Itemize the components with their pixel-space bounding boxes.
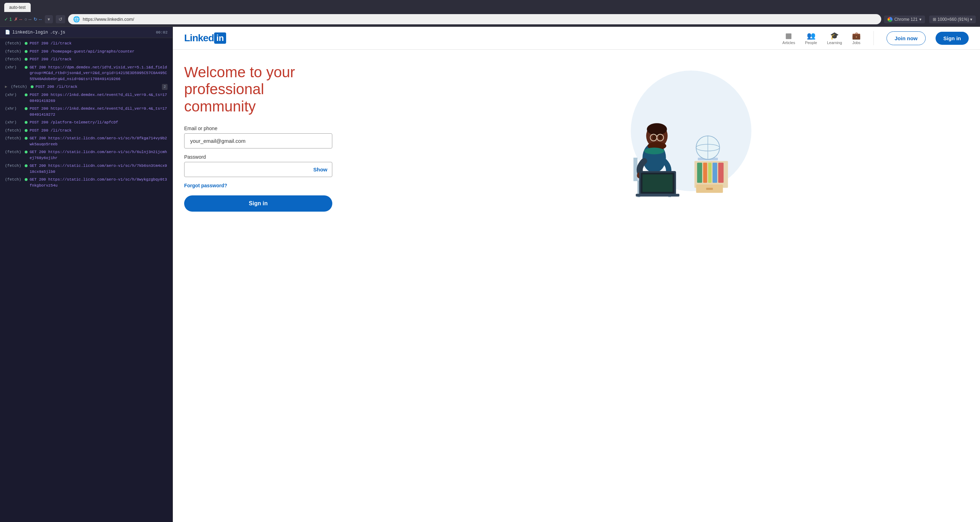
status-dot xyxy=(25,129,27,132)
size-icon: ⊞ xyxy=(933,17,936,22)
log-entry: (fetch) POST 200 /li/track xyxy=(0,56,172,64)
svg-rect-6 xyxy=(697,162,702,183)
dash-badge: ○ -- xyxy=(24,17,32,22)
file-header: 📄 linkedin-login.cy.js 00:02 xyxy=(0,27,172,38)
log-method: (fetch) xyxy=(5,49,22,55)
size-badge: ⊞ 1000×660 (91%) ▾ xyxy=(929,16,976,23)
header-signin-button[interactable]: Sign in xyxy=(935,32,969,45)
log-url: POST 200 /li/track xyxy=(30,56,167,62)
log-url: GET 200 https://dpm.demdex.net/id?d_visi… xyxy=(30,65,167,82)
linkedin-logo: Linkedin xyxy=(184,32,226,44)
nav-people[interactable]: 👥 People xyxy=(805,32,817,45)
dropdown-btn[interactable]: ▾ xyxy=(45,15,53,23)
tab-bar: auto-test xyxy=(0,0,980,12)
status-dot xyxy=(25,178,27,181)
status-dot xyxy=(31,85,33,88)
log-count: 2 xyxy=(162,84,167,90)
log-url: POST 200 /homepage-guest/api/ingraphs/co… xyxy=(30,49,167,55)
svg-point-27 xyxy=(647,123,667,135)
log-entry: (xhr) POST 200 https://lnkd.demdex.net/e… xyxy=(0,91,172,105)
nav-learning[interactable]: 🎓 Learning xyxy=(827,32,842,45)
tab-label: auto-test xyxy=(9,5,26,10)
size-label: 1000×660 (91%) xyxy=(938,17,969,22)
status-dot xyxy=(25,121,27,124)
svg-point-25 xyxy=(652,135,656,140)
toolbar: ✓ 1 ✗ -- ○ -- ↻ -- ▾ ↺ 🌐 https://www.lin… xyxy=(0,12,980,27)
status-dot xyxy=(25,66,27,69)
log-method: (xhr) xyxy=(5,92,22,98)
hero-illustration xyxy=(347,64,969,198)
file-ext: .cy.js xyxy=(50,30,65,35)
illustration-section xyxy=(347,64,969,522)
log-entry: (fetch) GET 200 https://static.licdn.com… xyxy=(0,134,172,148)
email-form-group: Email or phone xyxy=(184,126,332,148)
welcome-title: Welcome to your professional community xyxy=(184,64,332,115)
time-badge: 00:02 xyxy=(156,30,167,35)
url-bar[interactable]: 🌐 https://www.linkedin.com/ xyxy=(68,14,881,24)
log-entry: (fetch) GET 200 https://static.licdn.com… xyxy=(0,162,172,176)
svg-rect-10 xyxy=(718,162,724,183)
log-url: GET 200 https://static.licdn.com/aero-v1… xyxy=(30,135,167,147)
forgot-password-link[interactable]: Forgot password? xyxy=(184,183,332,188)
status-dot xyxy=(25,42,27,45)
log-method: (xhr) xyxy=(5,106,22,112)
logo-in-text: in xyxy=(214,32,226,44)
log-method: (fetch) xyxy=(5,149,22,155)
status-dot xyxy=(25,107,27,110)
learning-label: Learning xyxy=(827,41,842,45)
password-input[interactable] xyxy=(184,162,332,177)
chevron-right-icon: ▶ xyxy=(5,84,7,90)
nav-divider xyxy=(873,31,874,45)
main-layout: 📄 linkedin-login.cy.js 00:02 (fetch) POS… xyxy=(0,27,980,522)
svg-rect-8 xyxy=(708,162,711,183)
nav-items: ▦ Articles 👥 People 🎓 Learning 💼 Jobs xyxy=(783,31,969,45)
log-list: (fetch) POST 200 /li/track (fetch) POST … xyxy=(0,38,172,191)
log-method: (xhr) xyxy=(5,65,22,70)
status-dot xyxy=(25,94,27,96)
log-entry: (fetch) POST 200 /li/track xyxy=(0,127,172,135)
join-now-button[interactable]: Join now xyxy=(886,32,926,45)
log-entry: (xhr) POST 200 https://lnkd.demdex.net/e… xyxy=(0,105,172,118)
linkedin-page: Linkedin ▦ Articles 👥 People 🎓 Learning xyxy=(173,27,980,522)
people-label: People xyxy=(805,41,817,45)
log-entry: ▶ (fetch) POST 200 /li/track 2 xyxy=(0,83,172,91)
browser-chrome: auto-test ✓ 1 ✗ -- ○ -- ↻ -- ▾ ↺ 🌐 https… xyxy=(0,0,980,27)
signin-main-button[interactable]: Sign in xyxy=(184,196,332,212)
log-method: (fetch) xyxy=(5,41,22,46)
reload-btn[interactable]: ↺ xyxy=(56,15,65,23)
log-url: GET 200 https://static.licdn.com/aero-v1… xyxy=(30,177,167,188)
svg-rect-22 xyxy=(636,194,679,197)
password-label: Password xyxy=(184,154,332,160)
articles-icon: ▦ xyxy=(785,32,792,40)
size-chevron-icon: ▾ xyxy=(970,17,972,22)
svg-rect-7 xyxy=(703,162,707,183)
log-entry: (xhr) POST 200 /platform-telemetry/li/ap… xyxy=(0,118,172,127)
nav-jobs[interactable]: 💼 Jobs xyxy=(852,32,861,45)
password-form-group: Password Show xyxy=(184,154,332,177)
password-wrapper: Show xyxy=(184,162,332,177)
x-badge: ✗ -- xyxy=(14,17,22,22)
log-url: GET 200 https://static.licdn.com/aero-v1… xyxy=(30,163,167,175)
show-password-button[interactable]: Show xyxy=(313,167,328,172)
log-entry: (fetch) POST 200 /li/track xyxy=(0,40,172,48)
check-badge: ✓ 1 xyxy=(4,17,12,22)
log-url: POST 200 /li/track xyxy=(30,41,167,46)
nav-articles[interactable]: ▦ Articles xyxy=(783,32,795,45)
log-url: POST 200 https://lnkd.demdex.net/event?d… xyxy=(30,106,167,118)
log-method: (fetch) xyxy=(11,84,29,90)
svg-rect-12 xyxy=(706,188,713,190)
spin-badge: ↻ -- xyxy=(33,17,41,22)
articles-label: Articles xyxy=(783,41,795,45)
active-tab[interactable]: auto-test xyxy=(4,3,31,12)
svg-rect-9 xyxy=(713,162,717,183)
email-input[interactable] xyxy=(184,133,332,148)
jobs-icon: 💼 xyxy=(852,32,861,40)
file-name-text: linkedin-login xyxy=(12,30,48,35)
chrome-label: Chrome 121 xyxy=(894,17,918,22)
log-entry: (fetch) POST 200 /homepage-guest/api/ing… xyxy=(0,48,172,56)
people-icon: 👥 xyxy=(807,32,816,40)
log-url: POST 200 /li/track xyxy=(36,84,160,90)
svg-point-26 xyxy=(659,134,662,139)
log-method: (fetch) xyxy=(5,135,22,142)
status-dot xyxy=(25,164,27,167)
